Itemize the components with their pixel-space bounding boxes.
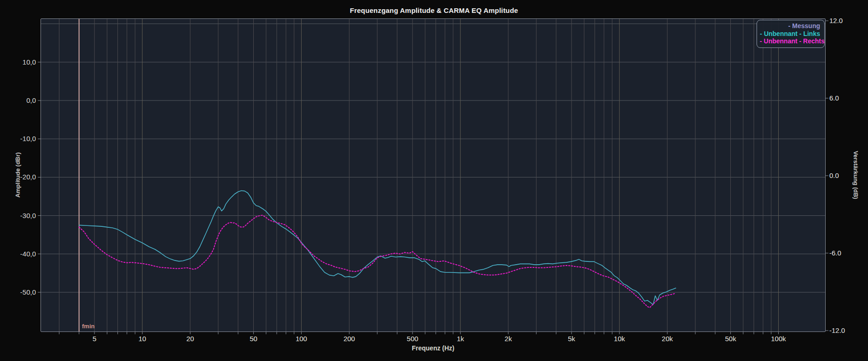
- plot-area: [41, 18, 826, 332]
- x-tick-label: 20k: [649, 335, 686, 343]
- x-tick-label: 1k: [442, 335, 479, 343]
- x-tick-label: 5k: [553, 335, 590, 343]
- right-tick-label: -6.0: [829, 249, 862, 257]
- legend-item-unbennant-links: - Unbennant - Links: [760, 30, 820, 38]
- right-tick-label: 0.0: [829, 172, 862, 180]
- left-tick-label: 0,0: [0, 96, 36, 105]
- right-tick-label: 12.0: [829, 17, 862, 25]
- right-tick-label: 6.0: [829, 94, 862, 102]
- legend: - Messung- Unbennant - Links- Unbennant …: [757, 20, 825, 48]
- x-tick-label: 200: [331, 335, 367, 343]
- fmin-label: fmin: [82, 323, 94, 330]
- left-tick-label: -50,0: [0, 288, 36, 296]
- x-tick-label: 10: [124, 335, 161, 343]
- x-tick-label: 20: [172, 335, 209, 343]
- x-axis-title: Frequenz (Hz): [41, 344, 826, 352]
- x-tick-label: 50: [235, 335, 272, 343]
- x-tick-label: 10k: [601, 335, 638, 343]
- legend-item-unbennant-rechts: - Unbennant - Rechts: [760, 37, 820, 45]
- legend-item-messung: - Messung: [760, 22, 820, 30]
- x-tick-label: 100: [283, 335, 320, 343]
- left-tick-label: -40,0: [0, 250, 36, 258]
- x-tick-label: 500: [394, 335, 431, 343]
- left-tick-label: -20,0: [0, 173, 36, 181]
- right-tick-label: -12.0: [829, 326, 862, 335]
- left-tick-label: -10,0: [0, 135, 36, 143]
- frequency-response-screen: { "title": "Frequenzgang Amplitude & CAR…: [0, 0, 868, 361]
- x-tick-label: 100k: [760, 335, 797, 343]
- left-tick-label: -30,0: [0, 212, 36, 220]
- x-tick-label: 2k: [490, 335, 527, 343]
- x-tick-label: 50k: [712, 335, 749, 343]
- x-tick-label: 5: [76, 335, 113, 343]
- chart-title: Frequenzgang Amplitude & CARMA EQ Amplit…: [0, 6, 868, 14]
- left-tick-label: 10,0: [0, 58, 36, 66]
